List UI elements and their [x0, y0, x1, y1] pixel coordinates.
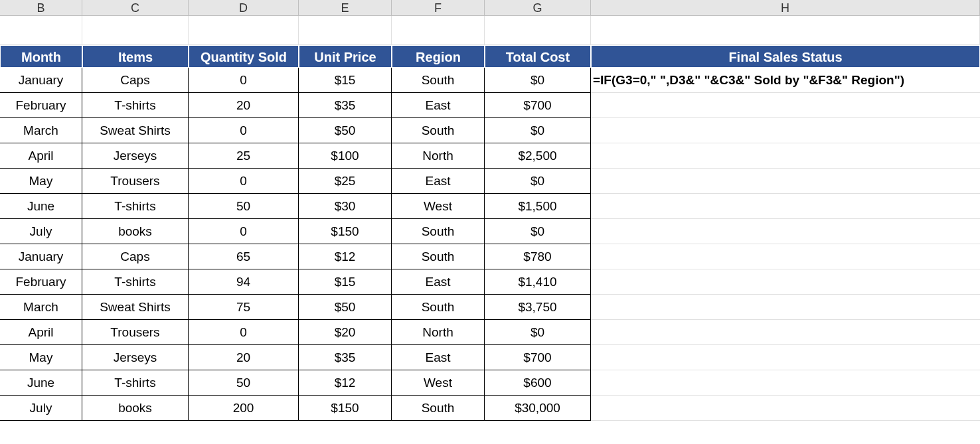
- cell-items[interactable]: books: [82, 219, 189, 244]
- cell-month[interactable]: May: [0, 169, 82, 194]
- cell-status[interactable]: [591, 345, 980, 370]
- cell-formula[interactable]: =IF(G3=0," ",D3&" "&C3&" Sold by "&F3&" …: [591, 68, 980, 93]
- col-header-h[interactable]: H: [591, 0, 980, 16]
- cell-month[interactable]: July: [0, 219, 82, 244]
- spreadsheet-grid[interactable]: B C D E F G H Month Items Quantity Sold …: [0, 0, 980, 421]
- cell-status[interactable]: [591, 219, 980, 244]
- cell-totalcost[interactable]: $0: [485, 118, 591, 143]
- cell-totalcost[interactable]: $600: [485, 370, 591, 396]
- cell-items[interactable]: T-shirts: [82, 370, 189, 396]
- cell-unitprice[interactable]: $12: [299, 244, 392, 269]
- cell-quantity[interactable]: 50: [189, 370, 299, 396]
- cell-quantity[interactable]: 20: [189, 345, 299, 370]
- cell-unitprice[interactable]: $15: [299, 269, 392, 295]
- cell-unitprice[interactable]: $25: [299, 169, 392, 194]
- cell-region[interactable]: North: [392, 320, 485, 345]
- cell-unitprice[interactable]: $100: [299, 143, 392, 169]
- empty-cell[interactable]: [82, 16, 189, 45]
- cell-region[interactable]: East: [392, 169, 485, 194]
- cell-quantity[interactable]: 0: [189, 118, 299, 143]
- header-items[interactable]: Items: [82, 45, 189, 68]
- cell-unitprice[interactable]: $15: [299, 68, 392, 93]
- cell-region[interactable]: East: [392, 269, 485, 295]
- empty-cell[interactable]: [392, 16, 485, 45]
- cell-totalcost[interactable]: $700: [485, 93, 591, 118]
- cell-status[interactable]: [591, 169, 980, 194]
- empty-cell[interactable]: [0, 16, 82, 45]
- cell-quantity[interactable]: 65: [189, 244, 299, 269]
- cell-status[interactable]: [591, 244, 980, 269]
- cell-status[interactable]: [591, 194, 980, 219]
- cell-status[interactable]: [591, 396, 980, 421]
- cell-unitprice[interactable]: $12: [299, 370, 392, 396]
- header-totalcost[interactable]: Total Cost: [485, 45, 591, 68]
- cell-month[interactable]: January: [0, 244, 82, 269]
- cell-status[interactable]: [591, 118, 980, 143]
- cell-quantity[interactable]: 0: [189, 68, 299, 93]
- cell-region[interactable]: East: [392, 345, 485, 370]
- cell-totalcost[interactable]: $30,000: [485, 396, 591, 421]
- cell-totalcost[interactable]: $1,410: [485, 269, 591, 295]
- cell-unitprice[interactable]: $150: [299, 396, 392, 421]
- cell-region[interactable]: South: [392, 68, 485, 93]
- col-header-f[interactable]: F: [392, 0, 485, 16]
- cell-month[interactable]: June: [0, 194, 82, 219]
- cell-unitprice[interactable]: $20: [299, 320, 392, 345]
- cell-unitprice[interactable]: $35: [299, 345, 392, 370]
- cell-items[interactable]: Sweat Shirts: [82, 118, 189, 143]
- cell-totalcost[interactable]: $780: [485, 244, 591, 269]
- cell-items[interactable]: T-shirts: [82, 194, 189, 219]
- cell-quantity[interactable]: 25: [189, 143, 299, 169]
- cell-status[interactable]: [591, 143, 980, 169]
- cell-status[interactable]: [591, 370, 980, 396]
- cell-unitprice[interactable]: $35: [299, 93, 392, 118]
- cell-quantity[interactable]: 50: [189, 194, 299, 219]
- header-month[interactable]: Month: [0, 45, 82, 68]
- col-header-d[interactable]: D: [189, 0, 299, 16]
- empty-cell[interactable]: [299, 16, 392, 45]
- empty-cell[interactable]: [189, 16, 299, 45]
- cell-quantity[interactable]: 0: [189, 219, 299, 244]
- cell-totalcost[interactable]: $0: [485, 219, 591, 244]
- cell-region[interactable]: South: [392, 118, 485, 143]
- cell-month[interactable]: April: [0, 320, 82, 345]
- cell-status[interactable]: [591, 295, 980, 320]
- cell-items[interactable]: Trousers: [82, 169, 189, 194]
- cell-unitprice[interactable]: $30: [299, 194, 392, 219]
- header-region[interactable]: Region: [392, 45, 485, 68]
- cell-items[interactable]: T-shirts: [82, 269, 189, 295]
- cell-items[interactable]: books: [82, 396, 189, 421]
- cell-status[interactable]: [591, 320, 980, 345]
- cell-region[interactable]: North: [392, 143, 485, 169]
- cell-items[interactable]: T-shirts: [82, 93, 189, 118]
- cell-region[interactable]: East: [392, 93, 485, 118]
- empty-cell[interactable]: [485, 16, 591, 45]
- cell-region[interactable]: South: [392, 396, 485, 421]
- cell-month[interactable]: January: [0, 68, 82, 93]
- header-unitprice[interactable]: Unit Price: [299, 45, 392, 68]
- empty-cell[interactable]: [591, 16, 980, 45]
- cell-quantity[interactable]: 0: [189, 169, 299, 194]
- cell-quantity[interactable]: 0: [189, 320, 299, 345]
- header-status[interactable]: Final Sales Status: [591, 45, 980, 68]
- cell-quantity[interactable]: 75: [189, 295, 299, 320]
- cell-status[interactable]: [591, 269, 980, 295]
- col-header-b[interactable]: B: [0, 0, 82, 16]
- cell-quantity[interactable]: 200: [189, 396, 299, 421]
- cell-month[interactable]: June: [0, 370, 82, 396]
- cell-items[interactable]: Jerseys: [82, 143, 189, 169]
- cell-items[interactable]: Trousers: [82, 320, 189, 345]
- col-header-c[interactable]: C: [82, 0, 189, 16]
- cell-unitprice[interactable]: $50: [299, 118, 392, 143]
- col-header-e[interactable]: E: [299, 0, 392, 16]
- cell-region[interactable]: South: [392, 244, 485, 269]
- cell-month[interactable]: April: [0, 143, 82, 169]
- cell-totalcost[interactable]: $0: [485, 68, 591, 93]
- cell-month[interactable]: February: [0, 93, 82, 118]
- cell-items[interactable]: Caps: [82, 68, 189, 93]
- cell-totalcost[interactable]: $0: [485, 320, 591, 345]
- col-header-g[interactable]: G: [485, 0, 591, 16]
- cell-month[interactable]: March: [0, 295, 82, 320]
- cell-region[interactable]: South: [392, 219, 485, 244]
- cell-totalcost[interactable]: $1,500: [485, 194, 591, 219]
